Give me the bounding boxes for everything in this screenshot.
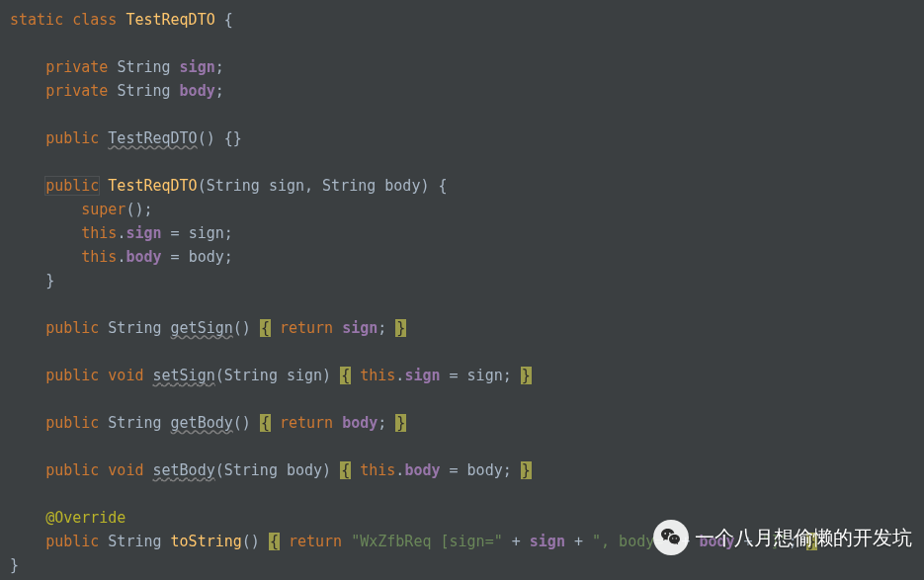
code-line [10, 103, 924, 126]
code-line [10, 482, 924, 506]
code-line: private String body; [10, 79, 924, 103]
code-line: super(); [10, 198, 924, 221]
wechat-icon [653, 520, 689, 555]
code-line: private String sign; [10, 55, 924, 79]
code-line: public void setSign(String sign) { this.… [10, 364, 924, 387]
code-editor[interactable]: static class TestReqDTO { private String… [0, 8, 924, 577]
code-line: static class TestReqDTO { [10, 8, 924, 32]
code-line: this.sign = sign; [10, 221, 924, 245]
watermark-text: 一个八月想偷懒的开发坑 [695, 526, 912, 549]
code-line [10, 32, 924, 55]
code-line [10, 387, 924, 411]
code-line [10, 292, 924, 316]
code-line: public String getBody() { return body; } [10, 411, 924, 435]
code-line [10, 435, 924, 458]
watermark-overlay: 一个八月想偷懒的开发坑 [653, 520, 912, 555]
code-line: public TestReqDTO(String sign, String bo… [10, 174, 924, 198]
code-line [10, 150, 924, 174]
code-line: } [10, 269, 924, 292]
code-line: public TestReqDTO() {} [10, 126, 924, 150]
code-line: public String getSign() { return sign; } [10, 316, 924, 340]
code-line: this.body = body; [10, 245, 924, 269]
code-line: } [10, 553, 924, 577]
code-line: public void setBody(String body) { this.… [10, 458, 924, 482]
code-line [10, 340, 924, 364]
